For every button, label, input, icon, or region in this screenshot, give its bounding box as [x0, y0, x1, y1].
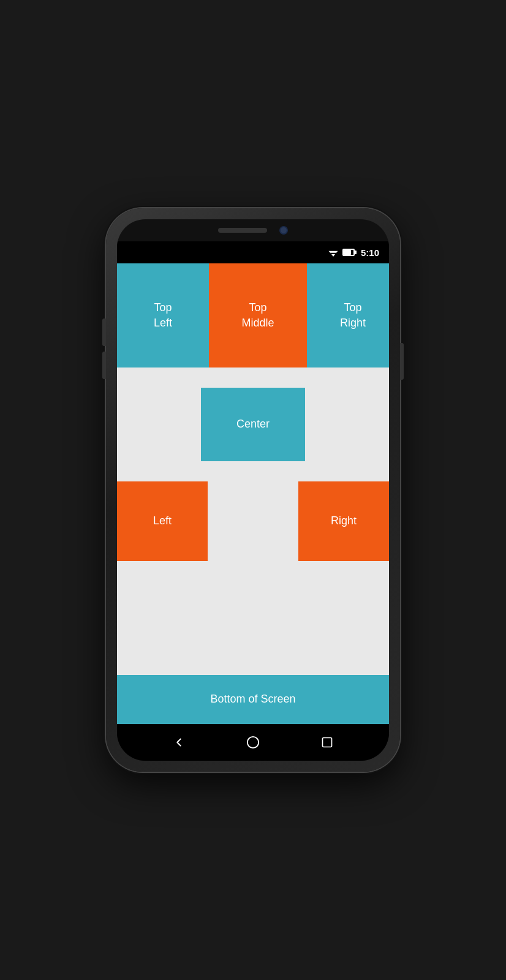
speaker [218, 228, 267, 233]
svg-marker-2 [331, 254, 335, 257]
nav-bar [117, 724, 389, 761]
app-content: Top Left Top Middle Top Right [117, 263, 389, 724]
middle-spacer [208, 481, 298, 561]
bottom-label: Bottom of Screen [210, 692, 295, 707]
bottom-space [117, 561, 389, 675]
volume-down-button [102, 352, 106, 379]
phone-frame: 5:10 Top Left Top Middle [106, 208, 400, 772]
home-icon [246, 736, 260, 749]
box-top-middle[interactable]: Top Middle [209, 263, 307, 368]
status-icons: 5:10 [328, 247, 379, 258]
box-right[interactable]: Right [298, 481, 389, 561]
status-bar: 5:10 [117, 241, 389, 263]
front-camera [279, 226, 288, 235]
svg-point-3 [247, 737, 259, 748]
top-left-line1: Top [154, 300, 172, 315]
middle-row: Left Right [117, 481, 389, 561]
svg-rect-4 [323, 738, 332, 747]
power-button [400, 343, 404, 380]
recents-icon [321, 736, 333, 748]
box-top-right[interactable]: Top Right [307, 263, 389, 368]
top-right-line1: Top [340, 300, 366, 315]
phone-hardware-bar [117, 219, 389, 241]
right-label: Right [331, 513, 357, 529]
back-icon [172, 736, 186, 749]
wifi-icon [328, 248, 339, 257]
box-center[interactable]: Center [201, 388, 305, 461]
top-left-line2: Left [154, 315, 172, 331]
bottom-bar[interactable]: Bottom of Screen [117, 675, 389, 724]
volume-up-button [102, 318, 106, 346]
battery-fill [344, 250, 351, 255]
home-button[interactable] [244, 734, 262, 751]
top-middle-line1: Top [241, 300, 274, 315]
status-time: 5:10 [361, 247, 379, 258]
top-middle-line2: Middle [241, 315, 274, 331]
left-label: Left [153, 513, 172, 529]
recents-button[interactable] [319, 734, 336, 751]
battery-icon [342, 249, 355, 256]
phone-screen: 5:10 Top Left Top Middle [117, 219, 389, 761]
middle-section: Center [117, 368, 389, 481]
top-row: Top Left Top Middle Top Right [117, 263, 389, 368]
back-button[interactable] [170, 734, 187, 751]
box-top-left[interactable]: Top Left [117, 263, 209, 368]
top-right-line2: Right [340, 315, 366, 331]
center-label: Center [236, 417, 270, 432]
box-left[interactable]: Left [117, 481, 208, 561]
